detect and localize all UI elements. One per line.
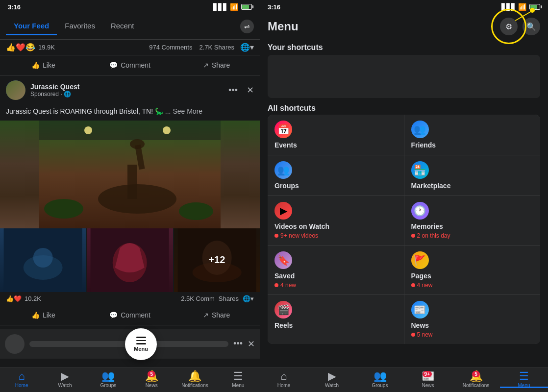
shortcut-memories[interactable]: 🕐 Memories 2 on this day (404, 196, 541, 245)
post2-more-btn[interactable]: ••• (228, 85, 238, 96)
right-notif-badge: 5 (472, 371, 480, 377)
events-name: Events (274, 141, 397, 149)
post2-info: Jurassic Quest Sponsored · 🌐 (30, 83, 224, 98)
news-sc-icon-wrap: 📰 (411, 301, 429, 318)
menu-header: Menu ⚙ 🔍 (260, 14, 548, 39)
menu-nav-indicator (500, 387, 548, 388)
right-nav-news[interactable]: 9+ 📰 News (404, 371, 452, 388)
right-home-icon: ⌂ (280, 371, 287, 382)
news-dot (411, 333, 415, 337)
left-time: 3:16 (8, 3, 21, 11)
post1-share-btn[interactable]: ↗ Share (173, 57, 260, 73)
post3-close[interactable]: ✕ (248, 339, 255, 349)
like2-icon: 👍 (31, 311, 40, 319)
shortcut-pages[interactable]: 🚩 Pages 4 new (404, 245, 541, 294)
menu-line-1 (136, 337, 146, 338)
groups-label: Groups (100, 383, 116, 388)
right-bottom-nav: ⌂ Home ▶ Watch 👥 Groups 9+ 📰 News 5 🔔 No… (260, 368, 548, 392)
post1-comment-btn[interactable]: 💬 Comment (87, 57, 174, 73)
right-nav-home[interactable]: ⌂ Home (260, 371, 308, 388)
post3-more[interactable]: ••• (233, 339, 243, 349)
post2-comment-btn[interactable]: 💬 Comment (87, 307, 174, 323)
friends-icon: 👥 (414, 123, 426, 135)
videos-icon: ▶ (280, 205, 287, 217)
multi-img-2 (87, 228, 173, 292)
shortcut-events[interactable]: 📅 Events (268, 115, 404, 155)
pages-name: Pages (411, 272, 534, 280)
left-nav-groups[interactable]: 👥 Groups (87, 371, 130, 388)
post2-emojis: 👍❤️ (6, 295, 22, 302)
saved-name: Saved (274, 272, 397, 280)
multi-img-3: +12 (174, 228, 260, 292)
left-nav-notifications[interactable]: 🔔 Notifications (173, 371, 216, 388)
right-nav-menu[interactable]: ☰ Menu (500, 371, 548, 388)
shortcuts-grid: 📅 Events 👥 Friends 👥 Groups (268, 115, 540, 344)
post1-like-btn[interactable]: 👍 Like (0, 57, 87, 73)
post2-image (0, 121, 260, 228)
shortcuts-section: Your shortcuts (260, 39, 548, 100)
feed-header: Your Feed Favorites Recent ⇌ (0, 14, 260, 40)
groups-sc-name: Groups (274, 182, 397, 190)
right-groups-label: Groups (372, 383, 388, 388)
nav-recent[interactable]: Recent (103, 18, 142, 35)
feed-options-icon[interactable]: ⇌ (240, 20, 254, 33)
menu-lines (136, 337, 146, 344)
left-nav-menu[interactable]: ☰ Menu (217, 371, 260, 388)
marketplace-icon-wrap: 🏪 (411, 161, 429, 179)
menu-bubble[interactable]: Menu (125, 328, 157, 360)
left-nav-watch[interactable]: ▶ Watch (43, 371, 86, 388)
svg-point-6 (44, 199, 83, 219)
svg-point-12 (33, 248, 53, 268)
more-images-overlay[interactable]: +12 (174, 228, 260, 292)
reels-icon: 🎬 (277, 304, 290, 316)
share-icon: ↗ (203, 61, 209, 69)
shortcut-news[interactable]: 📰 News 5 new (404, 295, 541, 344)
wifi-icon: 📶 (230, 3, 238, 11)
nav-favorites[interactable]: Favorites (57, 18, 103, 35)
memories-icon: 🕐 (414, 205, 426, 217)
see-more-link[interactable]: ... See More (165, 107, 202, 115)
shortcut-friends[interactable]: 👥 Friends (404, 115, 541, 155)
left-status-icons: ▋▋▋ 📶 (213, 3, 252, 11)
post2-name: Jurassic Quest (30, 83, 224, 91)
nav-your-feed[interactable]: Your Feed (6, 18, 57, 35)
memories-name: Memories (411, 222, 534, 230)
post2-meta: Sponsored · 🌐 (30, 91, 224, 98)
right-news-badge: 9+ (423, 371, 432, 377)
right-groups-icon: 👥 (374, 371, 387, 382)
post1-emojis: 👍❤️😂 (6, 43, 35, 52)
memories-sub: 2 on this day (411, 232, 534, 239)
left-nav-home[interactable]: ⌂ Home (0, 371, 43, 388)
right-wifi-icon: 📶 (518, 3, 526, 11)
post2-share-btn[interactable]: ↗ Share (173, 307, 260, 323)
post1-comments: 974 Comments (149, 44, 192, 51)
shortcut-saved[interactable]: 🔖 Saved 4 new (268, 245, 404, 294)
shortcut-groups[interactable]: 👥 Groups (268, 155, 404, 196)
shortcut-videos[interactable]: ▶ Videos on Watch 9+ new videos (268, 196, 404, 245)
shortcut-marketplace[interactable]: 🏪 Marketplace (404, 155, 541, 196)
left-nav-news[interactable]: 5 🔔 News (130, 371, 173, 388)
right-panel: 3:16 ▋▋▋ 📶 Menu ⚙ 🔍 Your shortcuts (260, 0, 548, 392)
news-sc-icon: 📰 (414, 304, 426, 316)
marketplace-name: Marketplace (411, 182, 534, 190)
post2-close-btn[interactable]: ✕ (247, 85, 254, 96)
settings-btn[interactable]: ⚙ (500, 18, 518, 35)
search-btn[interactable]: 🔍 (523, 18, 540, 35)
right-notif-label: Notifications (463, 383, 489, 388)
svg-rect-1 (39, 121, 221, 140)
post2-multi-images: +12 (0, 228, 260, 292)
right-nav-watch[interactable]: ▶ Watch (308, 371, 356, 388)
videos-sub: 9+ new videos (274, 232, 397, 239)
news-sub: 5 new (411, 331, 534, 338)
shortcut-reels[interactable]: 🎬 Reels (268, 295, 404, 344)
right-nav-notifications[interactable]: 5 🔔 Notifications (452, 371, 500, 388)
right-nav-groups[interactable]: 👥 Groups (356, 371, 404, 388)
post2-text: Jurassic Quest is ROARING through Bristo… (0, 105, 260, 121)
events-icon-wrap: 📅 (274, 121, 292, 138)
dino-scene (0, 121, 260, 228)
menu-icon: ☰ (233, 371, 243, 382)
right-time: 3:16 (268, 3, 280, 11)
news-badge: 5 (148, 371, 155, 377)
svg-point-5 (130, 139, 145, 149)
post2-like-btn[interactable]: 👍 Like (0, 307, 87, 323)
